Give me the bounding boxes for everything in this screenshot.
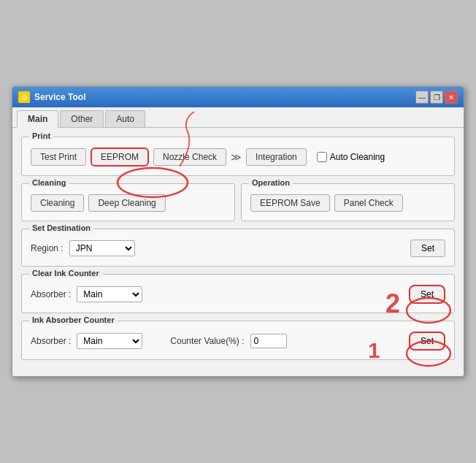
- restore-button[interactable]: ❐: [430, 91, 443, 104]
- print-section-label: Print: [29, 131, 53, 140]
- set-ink-counter-button[interactable]: Set: [409, 285, 445, 304]
- print-section: Print Test Print EEPROM Nozzle Check ≫ I…: [21, 137, 455, 176]
- main-content: Print Test Print EEPROM Nozzle Check ≫ I…: [12, 128, 464, 376]
- test-print-button[interactable]: Test Print: [31, 148, 86, 166]
- cleaning-section: Cleaning Cleaning Deep Cleaning: [21, 183, 235, 221]
- tab-auto[interactable]: Auto: [105, 110, 145, 127]
- counter-value-input[interactable]: [250, 334, 287, 348]
- auto-cleaning-label: Auto Cleaning: [330, 152, 385, 162]
- tab-main[interactable]: Main: [17, 110, 58, 128]
- ink-absorber-counter-label: Ink Absorber Counter: [29, 315, 118, 324]
- tab-bar: Main Other Auto: [12, 107, 464, 128]
- set-destination-label: Set Destination: [29, 223, 93, 232]
- app-icon: ⚙: [18, 91, 30, 103]
- auto-cleaning-checkbox[interactable]: [317, 152, 327, 162]
- absorber-label-counter: Absorber :: [31, 336, 71, 346]
- integration-button[interactable]: Integration: [246, 148, 307, 166]
- clear-ink-counter-label: Clear Ink Counter: [29, 269, 102, 278]
- window-title: Service Tool: [34, 92, 85, 102]
- panel-check-button[interactable]: Panel Check: [334, 194, 403, 212]
- nozzle-check-button[interactable]: Nozzle Check: [153, 148, 226, 166]
- set-destination-button[interactable]: Set: [410, 240, 445, 257]
- auto-cleaning-checkbox-row: Auto Cleaning: [317, 152, 385, 162]
- absorber-label-ink: Absorber :: [31, 289, 71, 299]
- set-destination-section: Set Destination Region : JPN USA EUR Set: [21, 229, 455, 267]
- eeprom-button[interactable]: EEPROM: [91, 148, 149, 167]
- clear-ink-counter-section: Clear Ink Counter Absorber : Main Sub Se…: [21, 274, 455, 313]
- ink-absorber-counter-section: Ink Absorber Counter Absorber : Main Sub…: [21, 321, 455, 360]
- service-tool-window: ⚙ Service Tool — ❐ ✕ Main Other Auto: [12, 86, 464, 377]
- deep-cleaning-button[interactable]: Deep Cleaning: [88, 194, 165, 212]
- absorber-select-ink[interactable]: Main Sub: [77, 286, 142, 302]
- arrow-icon: ≫: [231, 151, 242, 163]
- set-absorber-counter-button[interactable]: Set: [409, 332, 445, 351]
- title-bar: ⚙ Service Tool — ❐ ✕: [12, 87, 464, 107]
- operation-section: Operation EEPROM Save Panel Check: [241, 183, 455, 221]
- minimize-button[interactable]: —: [415, 91, 429, 104]
- close-button[interactable]: ✕: [445, 91, 458, 104]
- cleaning-button[interactable]: Cleaning: [31, 194, 84, 212]
- operation-section-label: Operation: [249, 178, 293, 187]
- eeprom-save-button[interactable]: EEPROM Save: [250, 194, 330, 212]
- absorber-select-counter[interactable]: Main Sub: [77, 333, 142, 349]
- tab-other[interactable]: Other: [60, 110, 104, 127]
- cleaning-section-label: Cleaning: [29, 178, 69, 187]
- region-label: Region :: [31, 243, 64, 253]
- counter-value-label: Counter Value(%) :: [170, 336, 244, 346]
- region-select[interactable]: JPN USA EUR: [69, 240, 135, 256]
- title-controls: — ❐ ✕: [415, 91, 458, 104]
